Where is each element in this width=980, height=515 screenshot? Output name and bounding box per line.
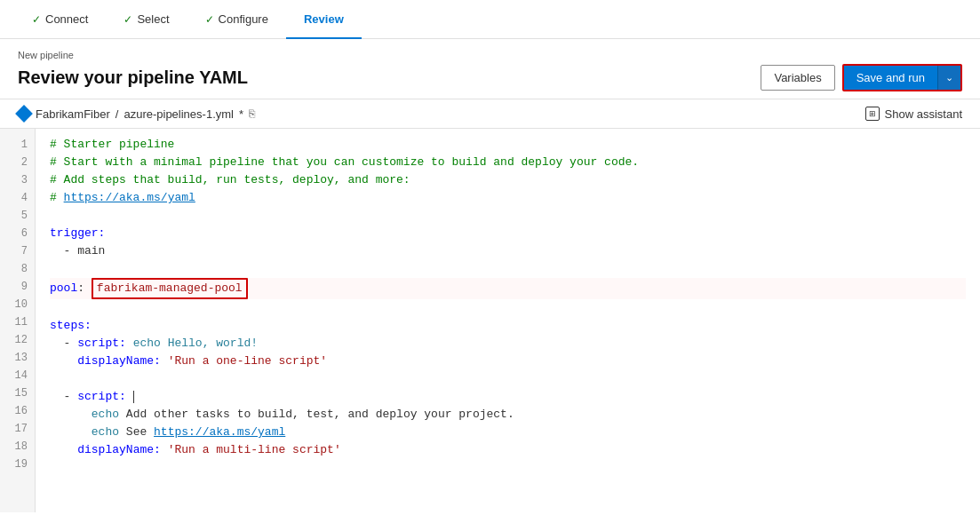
code-line-5: [50, 207, 966, 225]
show-assistant-button[interactable]: ⊞ Show assistant: [865, 107, 962, 121]
tab-connect-label: Connect: [45, 12, 88, 26]
modified-indicator: *: [239, 107, 243, 121]
diamond-icon: [15, 105, 33, 123]
ln-16: 16: [0, 402, 35, 420]
header-actions: Variables Save and run ⌄: [761, 64, 962, 91]
ln-1: 1: [0, 136, 35, 154]
code-line-3: # Add steps that build, run tests, deplo…: [50, 171, 966, 189]
page-header: New pipeline Review your pipeline YAML V…: [0, 39, 980, 99]
assistant-icon: ⊞: [865, 107, 880, 121]
check-icon-configure: ✓: [205, 13, 214, 26]
line-numbers: 1 2 3 4 5 6 7 8 9 10 11 12 13 14 15 16 1…: [0, 129, 36, 512]
code-line-7: - main: [50, 242, 966, 260]
ln-4: 4: [0, 189, 35, 207]
check-icon-select: ✓: [123, 13, 132, 26]
save-and-run-wrapper: Save and run ⌄: [842, 64, 962, 91]
ln-9: 9: [0, 278, 35, 296]
path-separator: /: [116, 107, 119, 121]
repo-name: FabrikamFiber: [36, 107, 110, 121]
tab-configure[interactable]: ✓ Configure: [187, 0, 286, 39]
tab-configure-label: Configure: [219, 12, 268, 26]
file-path: FabrikamFiber / azure-pipelines-1.yml * …: [18, 107, 255, 121]
top-nav: ✓ Connect ✓ Select ✓ Configure Review: [0, 0, 980, 39]
tab-review[interactable]: Review: [286, 0, 362, 39]
code-line-13: displayName: 'Run a one-line script': [50, 353, 966, 370]
page-title-row: Review your pipeline YAML Variables Save…: [18, 64, 962, 91]
new-pipeline-label: New pipeline: [18, 50, 962, 60]
code-line-8: [50, 260, 966, 278]
ln-11: 11: [0, 313, 35, 331]
code-line-19: [50, 459, 966, 477]
file-name: azure-pipelines-1.yml: [123, 107, 234, 121]
code-line-17: echo See https://aka.ms/yaml: [50, 424, 966, 441]
code-line-15: - script:: [50, 388, 966, 406]
ln-18: 18: [0, 438, 35, 456]
tab-select[interactable]: ✓ Select: [106, 0, 187, 39]
editor-toolbar: FabrikamFiber / azure-pipelines-1.yml * …: [0, 99, 980, 129]
code-line-16: echo Add other tasks to build, test, and…: [50, 406, 966, 424]
code-line-1: # Starter pipeline: [50, 136, 966, 154]
ln-7: 7: [0, 242, 35, 260]
save-and-run-button[interactable]: Save and run: [844, 66, 937, 90]
code-line-18: displayName: 'Run a multi-line script': [50, 441, 966, 459]
code-line-9: pool: fabrikam-managed-pool: [50, 278, 966, 299]
code-line-12: - script: echo Hello, world!: [50, 335, 966, 353]
ln-13: 13: [0, 349, 35, 367]
ln-12: 12: [0, 331, 35, 349]
save-and-run-dropdown-button[interactable]: ⌄: [937, 66, 960, 90]
check-icon-connect: ✓: [32, 13, 41, 26]
ln-5: 5: [0, 207, 35, 225]
code-line-11: steps:: [50, 317, 966, 335]
tab-select-label: Select: [137, 12, 169, 26]
code-line-2: # Start with a minimal pipeline that you…: [50, 154, 966, 171]
editor-area: 1 2 3 4 5 6 7 8 9 10 11 12 13 14 15 16 1…: [0, 129, 980, 512]
ln-6: 6: [0, 225, 35, 242]
code-line-6: trigger:: [50, 225, 966, 242]
ln-2: 2: [0, 154, 35, 171]
ln-15: 15: [0, 384, 35, 402]
page-title: Review your pipeline YAML: [18, 67, 248, 88]
ln-10: 10: [0, 296, 35, 313]
ln-14: 14: [0, 367, 35, 384]
ln-19: 19: [0, 456, 35, 473]
code-line-4: # https://aka.ms/yaml: [50, 189, 966, 207]
code-editor[interactable]: # Starter pipeline # Start with a minima…: [36, 129, 980, 512]
ln-3: 3: [0, 171, 35, 189]
ln-8: 8: [0, 260, 35, 278]
tab-connect[interactable]: ✓ Connect: [14, 0, 106, 39]
copy-icon[interactable]: ⎘: [249, 107, 255, 120]
tab-review-label: Review: [304, 12, 344, 26]
show-assistant-label: Show assistant: [885, 107, 962, 121]
variables-button[interactable]: Variables: [761, 65, 834, 91]
ln-17: 17: [0, 420, 35, 438]
code-line-10: [50, 299, 966, 317]
code-line-14: [50, 370, 966, 388]
